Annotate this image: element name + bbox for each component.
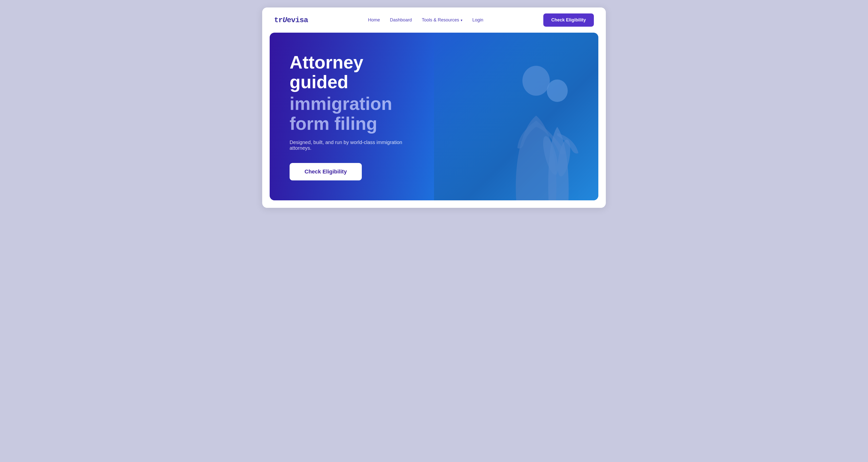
nav-home[interactable]: Home	[368, 18, 380, 23]
hero-check-eligibility-button[interactable]: Check Eligibility	[289, 163, 362, 180]
logo-tru: tr	[274, 16, 283, 24]
hero-section: Attorney guided immigration form filing …	[270, 33, 598, 200]
chevron-down-icon: ▾	[461, 18, 462, 22]
logo-u: U	[283, 16, 287, 24]
hero-silhouette-svg	[494, 56, 588, 200]
nav-tools-resources[interactable]: Tools & Resources ▾	[422, 18, 462, 23]
hero-title-line2: immigration form filing	[289, 94, 424, 133]
logo: trUevisa	[274, 16, 308, 24]
svg-point-0	[522, 66, 550, 96]
hero-photo-inner	[434, 33, 598, 200]
header-check-eligibility-button[interactable]: Check Eligibility	[543, 13, 594, 27]
hero-title-line1: Attorney guided	[289, 53, 424, 92]
nav-login[interactable]: Login	[472, 18, 483, 23]
header: trUevisa Home Dashboard Tools & Resource…	[262, 7, 606, 33]
svg-point-1	[547, 80, 568, 102]
main-nav: Home Dashboard Tools & Resources ▾ Login	[368, 18, 483, 23]
hero-photo-area	[434, 33, 598, 200]
nav-tools-resources-label: Tools & Resources	[422, 18, 459, 23]
nav-dashboard[interactable]: Dashboard	[390, 18, 412, 23]
hero-content: Attorney guided immigration form filing …	[270, 33, 444, 200]
page-wrapper: trUevisa Home Dashboard Tools & Resource…	[262, 7, 606, 208]
logo-evisa: evisa	[287, 16, 308, 24]
logo-text: trUevisa	[274, 16, 308, 24]
hero-description: Designed, built, and run by world-class …	[289, 140, 424, 151]
